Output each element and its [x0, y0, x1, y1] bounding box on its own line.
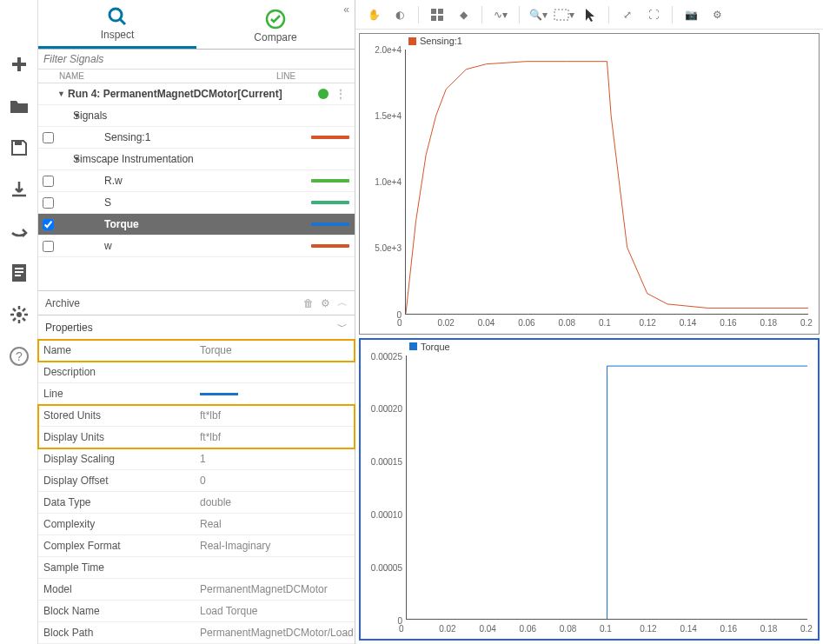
signal-row-w[interactable]: w — [38, 236, 355, 257]
add-icon[interactable] — [7, 52, 31, 76]
tab-inspect[interactable]: Inspect — [38, 0, 196, 49]
signal-checkbox[interactable] — [43, 219, 54, 230]
help-icon[interactable]: ? — [7, 344, 31, 368]
group-simscape[interactable]: ▼ Simscape Instrumentation — [38, 149, 355, 170]
caret-down-icon[interactable]: ▼ — [57, 155, 73, 163]
run-row[interactable]: ▼ Run 4: PermanentMagnetDCMotor[Current]… — [38, 83, 355, 105]
signal-checkbox[interactable] — [43, 241, 54, 252]
pan-tool-icon[interactable]: ✋ — [362, 3, 385, 26]
tree-header: NAME LINE — [38, 70, 355, 83]
signal-row-torque[interactable]: Torque — [38, 214, 355, 236]
property-row[interactable]: Display Offset0 — [38, 470, 355, 492]
trash-icon[interactable]: 🗑 — [303, 297, 314, 309]
signal-checkbox[interactable] — [43, 176, 54, 187]
clear-icon[interactable]: ◆ — [452, 3, 475, 26]
signal-row-sensing[interactable]: Sensing:1 — [38, 127, 355, 149]
property-row[interactable]: Sample Time — [38, 557, 355, 579]
x-tick-label: 0.08 — [559, 318, 575, 328]
tab-bar: « Inspect Compare — [38, 0, 355, 50]
property-row[interactable]: Display Unitsft*lbf — [38, 427, 355, 448]
y-tick-label: 5.0e+3 — [362, 243, 402, 253]
property-row[interactable]: Data Typedouble — [38, 492, 355, 514]
grid-layout-icon[interactable] — [426, 3, 448, 26]
chart-axes — [405, 50, 808, 315]
gear-icon[interactable]: ⚙ — [321, 297, 330, 309]
property-key: Name — [38, 344, 196, 356]
property-key: Complex Format — [38, 540, 196, 552]
folder-icon[interactable] — [7, 94, 31, 118]
property-row[interactable]: Description — [38, 362, 355, 383]
property-key: Description — [38, 366, 196, 378]
expand-icon[interactable]: ⤢ — [616, 3, 639, 26]
legend-swatch — [408, 37, 416, 45]
property-value: Load Torque — [196, 605, 355, 617]
legend-label: Torque — [421, 342, 450, 352]
snapshot-icon[interactable]: 📷 — [680, 3, 702, 26]
filter-signals-input[interactable] — [43, 53, 349, 65]
plot-sensing[interactable]: Sensing:105.0e+31.0e+41.5e+42.0e+400.020… — [359, 33, 820, 335]
chevron-up-icon[interactable]: ︿ — [337, 295, 348, 310]
export-icon[interactable] — [7, 219, 31, 243]
signal-checkbox[interactable] — [43, 132, 54, 143]
caret-down-icon[interactable]: ▼ — [57, 111, 73, 120]
property-row[interactable]: NameTorque — [38, 340, 355, 362]
property-row[interactable]: Display Scaling1 — [38, 448, 355, 470]
legend-label: Sensing:1 — [420, 36, 462, 46]
legend: Torque — [409, 342, 450, 352]
signal-type-icon[interactable]: ∿▾ — [489, 3, 512, 26]
property-row[interactable]: Stored Unitsft*lbf — [38, 405, 355, 427]
settings-icon[interactable] — [7, 302, 31, 327]
x-tick-label: 0.02 — [439, 624, 455, 634]
property-row[interactable]: ComplexityReal — [38, 514, 355, 535]
x-tick-label: 0.02 — [437, 318, 454, 328]
chevron-down-icon[interactable]: ﹀ — [337, 320, 348, 335]
signal-label: R.w — [57, 175, 311, 187]
chart-line — [407, 355, 807, 620]
line-swatch — [311, 179, 349, 183]
fit-icon[interactable]: ▾ — [553, 3, 575, 26]
group-signals[interactable]: ▼ Signals — [38, 105, 355, 127]
archive-section[interactable]: Archive 🗑 ⚙ ︿ — [38, 290, 355, 315]
property-key: Complexity — [38, 518, 196, 530]
import-icon[interactable] — [7, 177, 31, 202]
property-value: 1 — [196, 453, 355, 465]
property-value: Real — [196, 518, 355, 530]
save-icon[interactable] — [7, 136, 31, 160]
fullscreen-icon[interactable]: ⛶ — [642, 3, 665, 26]
svg-rect-3 — [15, 271, 23, 273]
property-key: Sample Time — [38, 561, 196, 574]
report-icon[interactable] — [7, 261, 31, 285]
check-icon — [265, 9, 286, 30]
property-row[interactable]: Complex FormatReal-Imaginary — [38, 535, 355, 557]
properties-label: Properties — [45, 322, 93, 334]
signal-row-rw[interactable]: R.w — [38, 170, 355, 192]
property-key: Model — [38, 583, 196, 595]
zoom-icon[interactable]: 🔍▾ — [527, 3, 549, 26]
plot-settings-icon[interactable]: ⚙ — [706, 3, 728, 26]
x-tick-label: 0.14 — [680, 318, 696, 328]
signal-label: w — [57, 240, 311, 252]
y-tick-label: 0 — [362, 616, 402, 626]
property-row[interactable]: Block NameLoad Torque — [38, 601, 355, 622]
property-row[interactable]: Block PathPermanentMagnetDCMotor/Load — [38, 622, 355, 644]
caret-down-icon[interactable]: ▼ — [57, 90, 68, 98]
signal-checkbox[interactable] — [43, 197, 54, 209]
cursor-icon[interactable] — [579, 3, 601, 26]
property-value: ft*lbf — [196, 431, 355, 443]
line-swatch — [311, 244, 349, 248]
play-icon[interactable]: ◐ — [388, 3, 411, 26]
y-tick-label: 2.0e+4 — [362, 45, 402, 55]
plot-torque[interactable]: Torque00.000050.000100.000150.000200.000… — [359, 338, 820, 641]
x-tick-label: 0.18 — [760, 624, 777, 634]
run-menu-icon[interactable]: ⋮ — [332, 88, 349, 100]
collapse-panel-icon[interactable]: « — [343, 3, 349, 16]
property-value: 0 — [196, 475, 355, 487]
legend: Sensing:1 — [408, 36, 462, 46]
property-row[interactable]: Line — [38, 383, 355, 405]
svg-point-8 — [110, 9, 122, 21]
tab-compare[interactable]: Compare — [196, 0, 355, 49]
signal-row-s[interactable]: S — [38, 192, 355, 214]
properties-header[interactable]: Properties ﹀ — [38, 315, 355, 340]
property-row[interactable]: ModelPermanentMagnetDCMotor — [38, 579, 355, 601]
property-key: Block Path — [38, 627, 196, 639]
